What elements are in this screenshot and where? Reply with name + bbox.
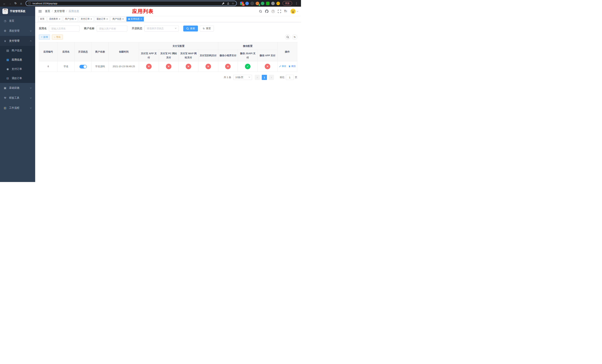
extension-green-circle-icon[interactable] <box>261 2 264 5</box>
edit-button[interactable]: 修改 <box>279 64 286 68</box>
close-icon[interactable]: × <box>59 18 60 20</box>
app-name-label: 应用名 <box>39 27 47 30</box>
extension-face-icon[interactable] <box>276 2 280 5</box>
add-button[interactable]: + 新增 <box>39 34 50 40</box>
wechat-jsapi-status-icon: ✓ <box>245 64 250 69</box>
refresh-table-button[interactable]: ↻ <box>292 34 297 40</box>
col-header-app-id: 应用编号 <box>39 43 58 61</box>
filter-form: 应用名 商户名称 开启状态 请选择开启状态 搜索 <box>39 26 297 32</box>
tab-user-group[interactable]: 用户分组× <box>63 17 78 21</box>
col-header-alipay-wap: 支付宝 WAP 网站支付 <box>178 50 198 61</box>
tab-merchant-info[interactable]: 商户信息× <box>110 17 126 21</box>
close-icon[interactable]: × <box>140 18 142 20</box>
pencil-icon <box>279 65 281 67</box>
extension-badge: 10 <box>242 4 245 6</box>
sidebar-menu: ◷ 首页 ⚙ 系统管理 ¥ 支付管理 ▤ 商户信息 ▦ 应用信息 <box>0 16 35 113</box>
extension-green-square-icon[interactable] <box>266 2 269 5</box>
toggle-search-button[interactable] <box>285 34 290 40</box>
extension-puzzle-icon[interactable] <box>271 2 275 5</box>
user-menu[interactable] <box>290 9 298 14</box>
share-icon[interactable] <box>227 2 230 5</box>
extension-grid-icon[interactable]: 10 <box>240 2 244 5</box>
tab-refund-order[interactable]: 退款订单× <box>95 17 110 21</box>
refresh-icon: ↻ <box>294 36 296 38</box>
close-icon[interactable]: × <box>107 18 108 20</box>
delete-button[interactable]: 删除 <box>288 64 296 68</box>
order-icon: ◉ <box>6 67 9 71</box>
sidebar-item-workflow[interactable]: ▥ 工作流程 <box>0 103 35 113</box>
close-icon[interactable]: × <box>75 18 76 20</box>
close-icon[interactable]: × <box>91 18 92 20</box>
tab-pay-order[interactable]: 支付订单× <box>79 17 94 21</box>
pagination-total: 共 1 条 <box>224 76 231 79</box>
search-icon[interactable] <box>259 10 262 13</box>
forward-icon[interactable]: → <box>7 1 13 6</box>
sidebar-item-infrastructure[interactable]: ▣ 基础设施 <box>0 83 35 93</box>
app-name-input[interactable] <box>49 26 80 32</box>
status-select[interactable]: 请选择开启状态 <box>144 26 179 32</box>
reset-button[interactable]: ↻ 重置 <box>200 26 214 32</box>
sidebar-item-app-info[interactable]: ▦ 应用信息 <box>0 55 35 64</box>
extension-drop-icon[interactable] <box>245 2 249 5</box>
sidebar-item-payment[interactable]: ¥ 支付管理 <box>0 36 35 46</box>
extension-dark-icon[interactable] <box>250 2 254 5</box>
gear-icon: ⚙ <box>3 29 7 32</box>
extensions-area: 10 1 <box>240 2 280 5</box>
help-icon[interactable]: ? <box>272 10 275 13</box>
top-navbar: 首页 支付管理 应用信息 应用列表 ? TT <box>35 7 301 16</box>
prev-page-button[interactable]: ‹ <box>255 75 260 80</box>
col-header-status: 开启状态 <box>75 43 92 61</box>
tab-process-form[interactable]: 流程表单× <box>47 17 62 21</box>
sidebar-toggle-icon[interactable] <box>38 9 42 13</box>
browser-menu-icon[interactable]: ⋮ <box>294 1 299 6</box>
search-icon <box>287 36 289 38</box>
tab-app-info[interactable]: 应用信息× <box>127 17 144 21</box>
tags-view-bar: 首页 流程表单× 用户分组× 支付订单× 退款订单× 商户信息× 应用信息× <box>35 16 301 22</box>
breadcrumb-home[interactable]: 首页 <box>45 10 54 13</box>
sidebar-item-merchant-info[interactable]: ▤ 商户信息 <box>0 46 35 55</box>
font-size-icon[interactable]: TT <box>284 10 287 13</box>
merchant-name-input[interactable] <box>97 26 127 32</box>
col-group-alipay: 支付宝配置 <box>139 43 218 50</box>
col-header-wechat-mini: 微信小程序支付 <box>218 50 238 61</box>
breadcrumb-current: 应用信息 <box>69 10 79 13</box>
alipay-app-status-icon: × <box>146 64 152 69</box>
bookmark-star-icon[interactable]: ☆ <box>232 2 234 5</box>
github-icon[interactable] <box>265 10 269 13</box>
sidebar-item-label: 首页 <box>9 19 14 22</box>
reload-icon[interactable]: ↻ <box>13 1 18 6</box>
export-button[interactable]: ↓ 导出 <box>52 34 63 40</box>
page-title: 应用列表 <box>132 8 154 15</box>
wechat-app-status-icon: × <box>265 64 270 69</box>
next-page-button[interactable]: › <box>269 75 274 80</box>
goto-suffix: 页 <box>295 76 297 79</box>
col-group-wechat: 微信配置 <box>218 43 278 50</box>
sidebar-item-home[interactable]: ◷ 首页 <box>0 16 35 26</box>
sidebar-item-pay-order[interactable]: ◉ 支付订单 <box>0 64 35 74</box>
extension-avatar-icon[interactable]: 1 <box>256 2 259 5</box>
breadcrumb-payment[interactable]: 支付管理 <box>54 10 69 13</box>
status-label: 开启状态 <box>132 27 142 30</box>
app-logo[interactable]: 芋道管理系统 <box>0 7 35 16</box>
cell-app-id: 6 <box>39 61 58 72</box>
page-number-button[interactable]: 1 <box>262 75 267 80</box>
page-size-select[interactable]: 10条/页 <box>233 75 252 80</box>
key-icon[interactable] <box>222 2 225 5</box>
home-icon[interactable]: ⌂ <box>19 1 24 6</box>
fullscreen-icon[interactable] <box>278 10 281 13</box>
chevron-down-icon <box>30 87 32 88</box>
tab-home[interactable]: 首页 <box>38 17 46 21</box>
status-toggle[interactable] <box>79 65 87 68</box>
goto-page-input[interactable] <box>286 75 294 80</box>
site-info-icon[interactable]: i <box>28 2 31 5</box>
url-bar[interactable]: i localhost:1024/pay/app ☆ <box>26 1 237 6</box>
sidebar-item-system[interactable]: ⚙ 系统管理 <box>0 26 35 36</box>
col-header-ops: 操作 <box>278 43 297 61</box>
close-icon[interactable]: × <box>122 18 124 20</box>
merchant-name-label: 商户名称 <box>84 27 94 30</box>
update-button[interactable]: 更新 <box>282 1 292 6</box>
back-icon[interactable]: ← <box>2 1 7 6</box>
sidebar-item-refund-order[interactable]: ⊟ 退款订单 <box>0 74 35 83</box>
sidebar-item-dev-tools[interactable]: ⚒ 研发工具 <box>0 93 35 103</box>
search-button[interactable]: 搜索 <box>183 26 198 32</box>
